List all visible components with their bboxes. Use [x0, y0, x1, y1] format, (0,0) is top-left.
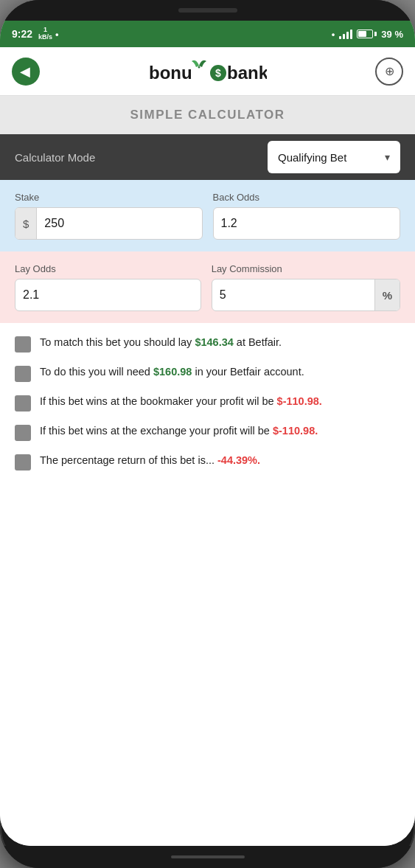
phone-notch: [0, 0, 415, 21]
calc-mode-bar: Calculator Mode Qualifying Bet ▾: [0, 134, 415, 180]
logo-svg: bonu $ bank: [149, 57, 267, 86]
phone-bottom: [0, 846, 415, 868]
lay-odds-input[interactable]: [15, 280, 200, 310]
back-odds-input-wrapper: [213, 207, 401, 240]
page-title: SIMPLE CALCULATOR: [130, 108, 285, 122]
status-time: 9:22: [12, 28, 32, 40]
commission-suffix: %: [374, 280, 400, 310]
result-betfair-account: To do this you will need $160.98 in your…: [15, 364, 400, 382]
result-percentage-value: -44.39%.: [217, 454, 260, 466]
result-exchange-win: If this bet wins at the exchange your pr…: [15, 423, 400, 441]
stake-input-wrapper: $: [15, 207, 203, 240]
stake-group: Stake $: [15, 192, 203, 240]
settings-icon: ⊕: [385, 64, 394, 78]
status-data-speed: 1 kB/s: [38, 27, 52, 41]
svg-text:bonu: bonu: [149, 63, 192, 83]
lay-commission-label: Lay Commission: [212, 263, 400, 274]
calc-mode-label: Calculator Mode: [15, 151, 256, 164]
result-exchange-value: $-110.98.: [273, 425, 318, 437]
lay-odds-input-wrapper: [15, 279, 201, 311]
result-text-5: The percentage return of this bet is... …: [40, 453, 400, 469]
status-right: • 39 %: [332, 29, 403, 40]
result-bookmaker-win: If this bet wins at the bookmaker your p…: [15, 394, 400, 412]
lay-commission-input-wrapper: %: [212, 279, 400, 311]
speaker: [178, 8, 237, 13]
calc-mode-dropdown[interactable]: Qualifying Bet ▾: [268, 141, 400, 173]
calc-mode-value: Qualifying Bet: [278, 151, 346, 164]
row-layodds-commission: Lay Odds Lay Commission %: [0, 251, 415, 323]
inputs-section: Stake $ Back Odds Lay Odds: [0, 180, 415, 323]
app-header: ◀ bonu $ bank: [0, 47, 415, 96]
lay-commission-input[interactable]: [212, 280, 374, 310]
result-percentage: The percentage return of this bet is... …: [15, 453, 400, 471]
result-text-4: If this bet wins at the exchange your pr…: [40, 423, 400, 440]
result-text-2: To do this you will need $160.98 in your…: [40, 364, 400, 381]
dropdown-arrow-icon: ▾: [385, 151, 390, 163]
status-bar: 9:22 1 kB/s • •: [0, 21, 415, 47]
result-lay-amount: To match this bet you should lay $146.34…: [15, 335, 400, 353]
signal-icon: [339, 29, 352, 39]
status-left: 9:22 1 kB/s •: [12, 27, 59, 41]
settings-button[interactable]: ⊕: [375, 58, 403, 86]
status-dot2: •: [332, 29, 335, 40]
back-button[interactable]: ◀: [12, 58, 40, 86]
back-odds-label: Back Odds: [213, 192, 401, 203]
svg-point-0: [198, 66, 200, 68]
home-indicator: [171, 855, 245, 858]
back-arrow-icon: ◀: [20, 63, 30, 80]
row-stake-backodds: Stake $ Back Odds: [0, 180, 415, 251]
lay-commission-group: Lay Commission %: [212, 263, 400, 311]
back-odds-group: Back Odds: [213, 192, 401, 240]
lay-odds-group: Lay Odds: [15, 263, 201, 311]
svg-text:bank: bank: [227, 63, 267, 83]
result-text-3: If this bet wins at the bookmaker your p…: [40, 394, 400, 410]
result-bookmaker-value: $-110.98.: [277, 395, 322, 407]
result-account-value: $160.98: [153, 366, 192, 378]
logo: bonu $ bank: [149, 57, 267, 86]
lay-odds-label: Lay Odds: [15, 263, 201, 274]
phone-shell: 9:22 1 kB/s • •: [0, 0, 415, 868]
result-icon-3: [15, 395, 31, 412]
screen: 9:22 1 kB/s • •: [0, 21, 415, 846]
result-lay-value: $146.34: [195, 336, 233, 348]
page-title-bar: SIMPLE CALCULATOR: [0, 96, 415, 134]
battery-icon: [357, 29, 377, 38]
result-icon-1: [15, 336, 31, 353]
battery-percent: 39 %: [381, 29, 403, 40]
svg-text:$: $: [215, 67, 221, 79]
stake-prefix: $: [15, 208, 37, 239]
result-icon-5: [15, 454, 31, 471]
status-dot: •: [55, 29, 59, 40]
result-text-1: To match this bet you should lay $146.34…: [40, 335, 400, 351]
result-icon-2: [15, 366, 31, 382]
back-odds-input[interactable]: [214, 208, 400, 239]
stake-label: Stake: [15, 192, 203, 203]
results-section: To match this bet you should lay $146.34…: [0, 323, 415, 846]
stake-input[interactable]: [37, 208, 201, 239]
result-icon-4: [15, 425, 31, 441]
